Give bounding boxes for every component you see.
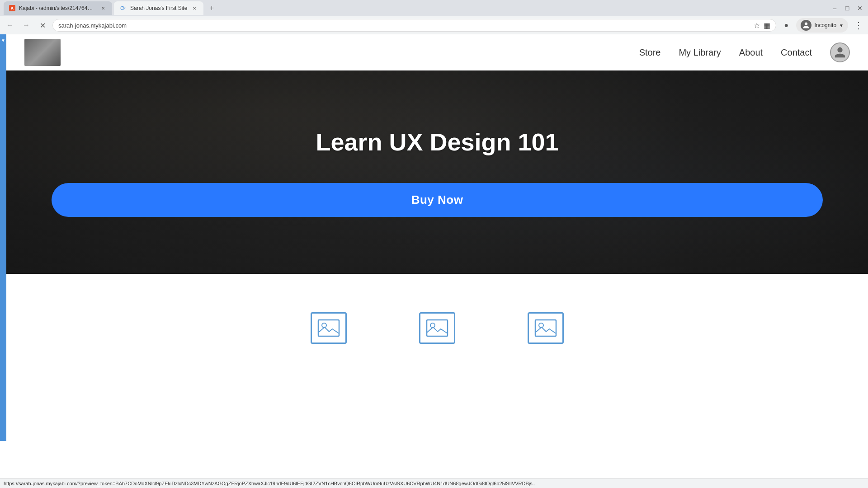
status-url: https://sarah-jonas.mykajabi.com/?previe… bbox=[4, 481, 537, 486]
address-text: sarah-jonas.mykajabi.com bbox=[58, 22, 754, 29]
below-hero-section bbox=[6, 274, 868, 382]
address-icons: ☆ ▦ bbox=[754, 21, 770, 30]
nav-about[interactable]: About bbox=[739, 47, 763, 58]
image-placeholder-3 bbox=[519, 305, 573, 351]
browser-layout: ▼ Store My Library About Contact bbox=[0, 34, 868, 441]
extensions-icon[interactable]: ● bbox=[780, 19, 793, 32]
logo-image bbox=[24, 39, 61, 66]
hero-overlay bbox=[6, 70, 868, 274]
site-logo[interactable] bbox=[24, 39, 61, 66]
browser-window: K Kajabi - /admin/sites/214764716... ✕ ⟳… bbox=[0, 0, 868, 34]
window-controls: ‒ □ ✕ bbox=[830, 4, 864, 13]
tab-sarah-favicon: ⟳ bbox=[119, 5, 127, 12]
incognito-label: Incognito bbox=[814, 22, 836, 28]
side-strip: ▼ bbox=[0, 34, 6, 441]
tab-kajabi[interactable]: K Kajabi - /admin/sites/214764716... ✕ bbox=[4, 1, 112, 15]
sidebar-toggle-icon[interactable]: ▦ bbox=[764, 21, 770, 30]
incognito-button[interactable]: Incognito ▼ bbox=[796, 18, 848, 33]
tab-kajabi-close[interactable]: ✕ bbox=[99, 5, 107, 12]
toolbar-icons: ● Incognito ▼ ⋮ bbox=[780, 18, 864, 33]
nav-my-library[interactable]: My Library bbox=[679, 47, 721, 58]
image-placeholder-1 bbox=[302, 305, 356, 351]
hero-title: Learn UX Design 101 bbox=[52, 128, 823, 156]
maximize-button[interactable]: □ bbox=[843, 4, 852, 13]
svg-point-5 bbox=[539, 323, 543, 328]
incognito-arrow: ▼ bbox=[839, 23, 844, 28]
address-bar-row: ← → ✕ sarah-jonas.mykajabi.com ☆ ▦ ● Inc… bbox=[0, 16, 868, 34]
address-bar[interactable]: sarah-jonas.mykajabi.com ☆ ▦ bbox=[52, 19, 776, 32]
svg-point-1 bbox=[322, 323, 326, 328]
back-button[interactable]: ← bbox=[4, 19, 16, 32]
image-icon-3 bbox=[528, 312, 564, 344]
tab-kajabi-favicon: K bbox=[9, 5, 15, 11]
tab-sarah-close[interactable]: ✕ bbox=[191, 5, 198, 12]
new-tab-button[interactable]: + bbox=[205, 2, 218, 14]
user-avatar[interactable] bbox=[830, 42, 850, 62]
buy-now-button[interactable]: Buy Now bbox=[52, 183, 823, 217]
close-button[interactable]: ✕ bbox=[855, 4, 864, 13]
minimize-button[interactable]: ‒ bbox=[830, 4, 839, 13]
hero-content: Learn UX Design 101 bbox=[6, 128, 868, 156]
nav-links: Store My Library About Contact bbox=[639, 42, 850, 62]
site-nav: Store My Library About Contact bbox=[6, 34, 868, 70]
tab-kajabi-title: Kajabi - /admin/sites/214764716... bbox=[19, 5, 96, 11]
reload-button[interactable]: ✕ bbox=[36, 19, 49, 32]
svg-rect-2 bbox=[427, 320, 448, 336]
page-content: Store My Library About Contact Learn UX … bbox=[6, 34, 868, 441]
image-icon-1 bbox=[311, 312, 347, 344]
incognito-avatar bbox=[801, 20, 811, 31]
bookmark-icon[interactable]: ☆ bbox=[754, 21, 760, 30]
nav-contact[interactable]: Contact bbox=[781, 47, 812, 58]
side-arrow[interactable]: ▼ bbox=[1, 38, 5, 43]
nav-store[interactable]: Store bbox=[639, 47, 661, 58]
svg-rect-0 bbox=[318, 320, 339, 336]
tab-sarah-title: Sarah Jonas's First Site bbox=[130, 5, 187, 11]
menu-button[interactable]: ⋮ bbox=[852, 19, 864, 32]
image-placeholder-2 bbox=[410, 305, 464, 351]
svg-point-3 bbox=[430, 323, 435, 328]
tab-sarah[interactable]: ⟳ Sarah Jonas's First Site ✕ bbox=[114, 1, 203, 15]
svg-rect-4 bbox=[535, 320, 556, 336]
hero-section: Learn UX Design 101 Buy Now bbox=[6, 70, 868, 274]
title-bar: K Kajabi - /admin/sites/214764716... ✕ ⟳… bbox=[0, 0, 868, 16]
forward-button[interactable]: → bbox=[20, 19, 33, 32]
image-icon-2 bbox=[419, 312, 455, 344]
status-bar: https://sarah-jonas.mykajabi.com/?previe… bbox=[0, 478, 868, 488]
